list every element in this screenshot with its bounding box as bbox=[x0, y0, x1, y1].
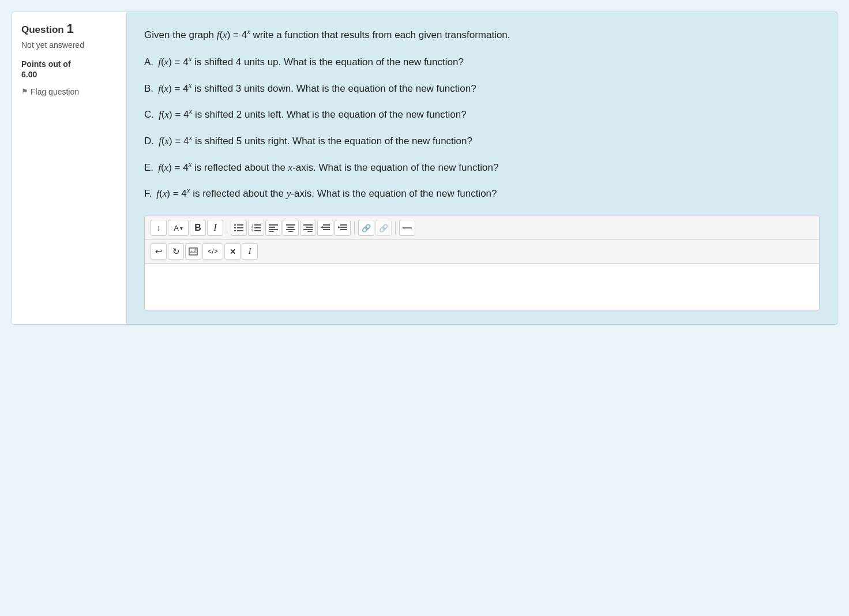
svg-marker-31 bbox=[338, 226, 340, 228]
svg-rect-5 bbox=[237, 230, 243, 231]
horizontal-rule-button[interactable]: — bbox=[399, 220, 415, 236]
svg-rect-16 bbox=[286, 224, 295, 226]
svg-rect-0 bbox=[234, 224, 236, 226]
svg-marker-27 bbox=[321, 226, 323, 228]
undo-button[interactable]: ↩ bbox=[151, 243, 167, 260]
cursor-button[interactable]: I bbox=[242, 243, 258, 260]
part-a: A. f(x) = 4x is shifted 4 units up. What… bbox=[144, 53, 820, 70]
toolbar-row-2: ↩ ↻ </> ✕ I bbox=[145, 240, 819, 264]
svg-rect-9 bbox=[254, 227, 261, 228]
part-b: B. f(x) = 4x is shifted 3 units down. Wh… bbox=[144, 80, 820, 97]
svg-rect-28 bbox=[340, 224, 347, 226]
toolbar-separator-1 bbox=[227, 221, 227, 234]
svg-rect-22 bbox=[303, 229, 313, 230]
points-label: Points out of bbox=[21, 59, 117, 69]
unlink-button[interactable]: 🔗 bbox=[375, 220, 392, 236]
svg-text:3: 3 bbox=[251, 230, 253, 232]
redo-button[interactable]: ↻ bbox=[168, 243, 184, 260]
question-label: Question 1 bbox=[21, 21, 117, 36]
align-center-button[interactable] bbox=[283, 220, 299, 236]
link-button[interactable]: 🔗 bbox=[358, 220, 374, 236]
svg-rect-23 bbox=[307, 231, 313, 232]
part-d: D. f(x) = 4x is shifted 5 units right. W… bbox=[144, 132, 820, 149]
svg-rect-4 bbox=[234, 230, 236, 231]
svg-rect-30 bbox=[340, 229, 347, 230]
indent-increase-button[interactable] bbox=[335, 220, 351, 236]
flag-icon: ⚑ bbox=[21, 87, 28, 96]
italic-button[interactable]: I bbox=[207, 220, 223, 236]
svg-rect-17 bbox=[288, 227, 294, 228]
toolbar-separator-3 bbox=[395, 221, 396, 234]
svg-rect-13 bbox=[269, 227, 275, 228]
svg-point-34 bbox=[194, 249, 197, 251]
clear-format-button[interactable]: ✕ bbox=[224, 243, 241, 260]
code-view-button[interactable]: </> bbox=[202, 243, 223, 260]
insert-image-button[interactable] bbox=[185, 243, 201, 260]
question-number: 1 bbox=[66, 21, 73, 36]
part-e: E. f(x) = 4x is reflected about the x-ax… bbox=[144, 159, 820, 176]
svg-rect-12 bbox=[269, 224, 278, 226]
toolbar-row-1: ↕ A ▾ B I bbox=[145, 216, 819, 240]
svg-rect-15 bbox=[269, 231, 274, 232]
svg-rect-26 bbox=[323, 229, 330, 230]
svg-rect-1 bbox=[237, 224, 243, 226]
svg-rect-11 bbox=[254, 230, 261, 231]
main-content: Given the graph f(x) = 4x write a functi… bbox=[127, 12, 837, 325]
indent-decrease-button[interactable] bbox=[317, 220, 333, 236]
special-char-button[interactable]: ↕ bbox=[151, 220, 167, 236]
svg-rect-3 bbox=[237, 227, 243, 228]
align-right-button[interactable] bbox=[300, 220, 316, 236]
svg-rect-7 bbox=[254, 224, 261, 226]
svg-rect-2 bbox=[234, 227, 236, 228]
svg-rect-21 bbox=[306, 227, 313, 228]
answer-input-area[interactable] bbox=[145, 264, 819, 310]
part-f: F. f(x) = 4x is reflected about the y-ax… bbox=[144, 185, 820, 202]
svg-rect-19 bbox=[288, 231, 294, 232]
points-value: 6.00 bbox=[21, 70, 117, 79]
part-c: C. f(x) = 4x is shifted 2 units left. Wh… bbox=[144, 106, 820, 123]
font-family-dropdown[interactable]: A ▾ bbox=[168, 220, 189, 236]
svg-rect-20 bbox=[303, 224, 313, 226]
unordered-list-button[interactable] bbox=[231, 220, 247, 236]
not-answered-status: Not yet answered bbox=[21, 40, 117, 51]
bold-button[interactable]: B bbox=[190, 220, 206, 236]
svg-rect-18 bbox=[286, 229, 295, 230]
numbered-list-button[interactable]: 1 2 3 bbox=[248, 220, 264, 236]
svg-rect-24 bbox=[323, 224, 330, 226]
sidebar: Question 1 Not yet answered Points out o… bbox=[12, 12, 127, 325]
editor-toolbar: ↕ A ▾ B I bbox=[144, 216, 820, 310]
flag-question-button[interactable]: ⚑ Flag question bbox=[21, 87, 117, 96]
align-left-button[interactable] bbox=[265, 220, 281, 236]
svg-rect-14 bbox=[269, 229, 278, 230]
question-intro: Given the graph f(x) = 4x write a functi… bbox=[144, 26, 820, 43]
toolbar-separator-2 bbox=[354, 221, 355, 234]
